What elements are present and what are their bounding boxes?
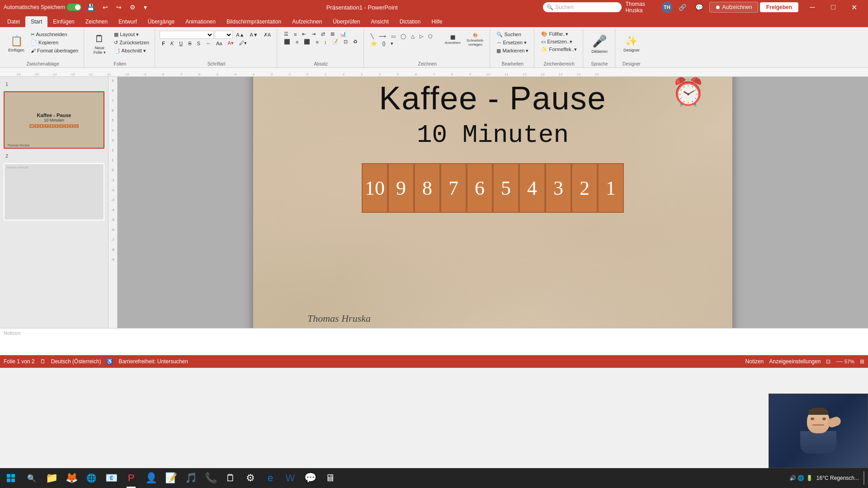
taskbar-search[interactable]: 🔍 <box>22 468 42 488</box>
reset-button[interactable]: ↺ Zurücksetzen <box>112 39 151 47</box>
taskbar-skype[interactable]: 📞 <box>201 468 221 488</box>
increase-indent-btn[interactable]: ⇥ <box>309 31 318 38</box>
taskbar-firefox[interactable]: 🦊 <box>61 468 81 488</box>
taskbar-show-desktop[interactable] <box>863 471 864 485</box>
taskbar-chat[interactable]: 💬 <box>300 468 320 488</box>
clear-format-btn[interactable]: ✗A <box>261 32 273 38</box>
designer-button[interactable]: ✨ Designer <box>620 31 643 57</box>
tab-datei[interactable]: Datei <box>2 16 25 27</box>
countdown-box-6[interactable]: 6 <box>467 163 493 213</box>
replace-button[interactable]: ↔ Ersetzen ▾ <box>495 39 530 47</box>
tab-praesentation[interactable]: Bildschirmpräsentation <box>221 16 287 27</box>
share-icon-btn[interactable]: 🔗 <box>676 4 689 11</box>
font-color-btn[interactable]: A▾ <box>225 40 236 47</box>
cut-button[interactable]: ✂ Ausschneiden <box>29 31 80 38</box>
justify-btn[interactable]: ≡ <box>313 39 321 45</box>
paste-button[interactable]: 📋 Einfügen <box>5 31 27 57</box>
countdown-box-5[interactable]: 5 <box>493 163 519 213</box>
select-button[interactable]: ▦ Markieren ▾ <box>495 47 530 55</box>
convert-smartart-btn[interactable]: ♻ <box>351 38 360 45</box>
copy-button[interactable]: 📄 Kopieren <box>29 39 80 47</box>
shape-btn-1[interactable]: ╲ <box>368 33 376 40</box>
taskbar-outlook[interactable]: 📧 <box>101 468 121 488</box>
shape-btn-4[interactable]: ◯ <box>398 33 408 40</box>
tab-start[interactable]: Start <box>25 16 47 27</box>
countdown-box-8[interactable]: 8 <box>414 163 440 213</box>
format-copy-button[interactable]: 🖌 Format übertragen <box>29 47 80 54</box>
tab-einfuegen[interactable]: Einfügen <box>47 16 80 27</box>
dictation-button[interactable]: 🎤 Diktieren <box>588 31 611 57</box>
shape-btn-8[interactable]: ⭐ <box>368 40 379 47</box>
slide-thumbnail-1[interactable]: Kaffee - Pause 10 Minuten 10 9 8 7 6 5 4… <box>4 91 104 149</box>
more-button[interactable]: ▾ <box>141 4 150 11</box>
tab-zeichnen[interactable]: Zeichnen <box>80 16 113 27</box>
start-button[interactable] <box>0 468 22 488</box>
font-shrink-btn[interactable]: A▼ <box>247 32 260 38</box>
fill-btn[interactable]: 🎨 Füllfar..▾ <box>539 31 570 38</box>
effect-btn[interactable]: ✨ Formeffek..▾ <box>539 46 579 53</box>
tab-animationen[interactable]: Animationen <box>180 16 221 27</box>
tab-ueberpruefen[interactable]: Überprüfen <box>327 16 365 27</box>
strikethrough-button[interactable]: S <box>186 40 193 47</box>
quick-styles-button[interactable]: 🎨 Schnellstil-vorlagen <box>464 31 486 49</box>
comments-btn[interactable]: 💬 <box>693 4 706 11</box>
canvas-area[interactable]: ⏰ Kaffee - Pause 10 Minuten 10 9 8 7 6 5… <box>118 77 868 328</box>
textbox-btn[interactable]: 📝 <box>330 38 340 45</box>
shape-btn-7[interactable]: ⬠ <box>426 33 435 40</box>
taskbar-settings[interactable]: ⚙ <box>241 468 260 488</box>
aufzeichnen-button[interactable]: ⏺ Aufzeichnen <box>709 2 758 13</box>
slide-thumbnail-2[interactable]: Notizen Ansicht <box>4 163 104 221</box>
taskbar-tray-icons[interactable]: 🔊 🌐 🔋 <box>789 475 813 481</box>
display-settings-btn[interactable]: Anzeigeeinstellungen <box>769 358 821 365</box>
taskbar-teams[interactable]: 👤 <box>141 468 161 488</box>
char-spacing-btn[interactable]: ↔ <box>203 40 213 47</box>
zoom-fit-btn[interactable]: ⊞ <box>860 358 864 365</box>
outline-btn[interactable]: ▭ Ersetzen..▾ <box>539 38 575 45</box>
layout-button[interactable]: ▦ Layout ▾ <box>112 31 151 38</box>
taskbar-sticky[interactable]: 🗒 <box>221 468 241 488</box>
decrease-indent-btn[interactable]: ⇤ <box>300 31 308 38</box>
countdown-box-10[interactable]: 10 <box>362 163 388 213</box>
taskbar-edge[interactable]: e <box>260 468 280 488</box>
notes-area[interactable]: Notizen <box>0 328 868 355</box>
save-button[interactable]: 💾 <box>84 4 97 11</box>
fit-slide-btn[interactable]: ⊡ <box>826 358 830 365</box>
slide-canvas[interactable]: ⏰ Kaffee - Pause 10 Minuten 10 9 8 7 6 5… <box>253 77 732 328</box>
shape-btn-3[interactable]: ▭ <box>389 33 398 40</box>
search-button[interactable]: 🔍 Suchen <box>495 31 530 38</box>
countdown-box-9[interactable]: 9 <box>388 163 414 213</box>
italic-button[interactable]: K <box>168 40 176 47</box>
maximize-button[interactable]: □ <box>823 0 844 14</box>
bullet-list-btn[interactable]: ☰ <box>282 31 291 38</box>
align-left-btn[interactable]: ⬛ <box>282 38 292 45</box>
columns-btn[interactable]: ⊞ <box>328 31 337 38</box>
bold-button[interactable]: F <box>160 40 167 47</box>
shapes-more-btn[interactable]: ▾ <box>388 40 396 47</box>
minimize-button[interactable]: ─ <box>802 0 823 14</box>
taskbar-spotify[interactable]: 🎵 <box>181 468 201 488</box>
redo-button[interactable]: ↪ <box>113 4 124 11</box>
textdir-btn[interactable]: ⇄ <box>319 31 327 38</box>
user-avatar[interactable]: TH <box>662 1 672 13</box>
align-right-btn[interactable]: ⬛ <box>302 38 312 45</box>
tab-hilfe[interactable]: Hilfe <box>426 16 448 27</box>
taskbar-file-explorer[interactable]: 📁 <box>42 468 61 488</box>
case-button[interactable]: Aa <box>214 40 224 47</box>
shape-btn-5[interactable]: △ <box>409 33 417 40</box>
underline-button[interactable]: U <box>177 40 185 47</box>
close-button[interactable]: ✕ <box>844 0 864 14</box>
slide-main-subtitle[interactable]: 10 Minuten <box>417 121 569 150</box>
new-slide-button[interactable]: 🗒 NeueFolie ▾ <box>89 31 110 57</box>
section-button[interactable]: 📑 Abschnitt ▾ <box>112 47 151 55</box>
autosave-toggle[interactable]: Automatisches Speichern <box>4 4 81 11</box>
text-align2-btn[interactable]: ⊡ <box>341 38 350 45</box>
countdown-box-4[interactable]: 4 <box>519 163 545 213</box>
shadow-button[interactable]: S <box>195 40 203 47</box>
language-status[interactable]: Deutsch (Österreich) <box>51 358 101 365</box>
line-spacing-btn[interactable]: ↕ <box>322 39 329 45</box>
tab-ansicht[interactable]: Ansicht <box>365 16 394 27</box>
taskbar-monitor[interactable]: 🖥 <box>320 468 340 488</box>
countdown-box-3[interactable]: 3 <box>545 163 571 213</box>
autosave-switch[interactable] <box>67 4 81 11</box>
tab-dictation[interactable]: Dictation <box>394 16 426 27</box>
